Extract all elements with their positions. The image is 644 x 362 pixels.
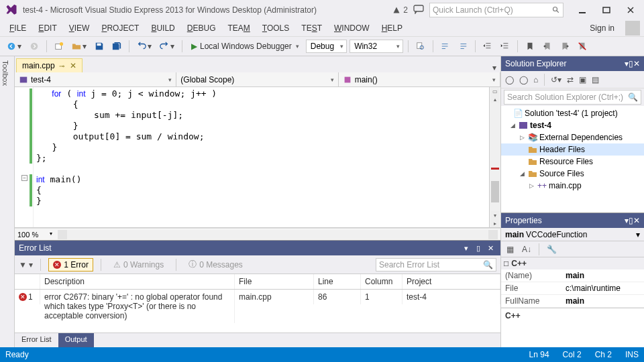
close-button[interactable] [621, 3, 640, 17]
tab-error-list[interactable]: Error List [15, 333, 58, 347]
col-file[interactable]: File [235, 274, 314, 289]
open-file-button[interactable]: ▾ [69, 40, 89, 52]
menu-tools[interactable]: TOOLS [257, 22, 294, 34]
nav-back-button[interactable]: ▾ [4, 40, 24, 52]
nav-fwd-button[interactable] [27, 40, 42, 52]
bookmark-prev-button[interactable] [540, 40, 555, 52]
tab-main-cpp[interactable]: main.cpp ⊸ ✕ [16, 58, 83, 72]
se-sync-button[interactable]: ↺▾ [549, 74, 563, 86]
se-refresh-button[interactable]: ⇄ [566, 74, 575, 86]
tab-output[interactable]: Output [58, 333, 94, 347]
warnings-toggle[interactable]: ⚠0 Warnings [109, 258, 168, 272]
scroll-end-icon[interactable]: ▸ [491, 219, 499, 227]
save-button[interactable] [92, 40, 107, 52]
quick-launch-input[interactable]: Quick Launch (Ctrl+Q) [429, 3, 564, 17]
error-search-input[interactable]: Search Error List🔍 [376, 258, 496, 272]
zoom-combo[interactable]: 100 % [15, 231, 55, 239]
tree-header-files[interactable]: Header Files [501, 143, 644, 156]
save-all-button[interactable] [109, 40, 124, 52]
start-debug-button[interactable]: ▶Local Windows Debugger [187, 40, 303, 52]
minimize-button[interactable] [573, 3, 592, 17]
props-alpha-button[interactable]: A↓ [519, 243, 534, 255]
nav-member-combo[interactable]: main() [339, 72, 500, 86]
tree-source-files[interactable]: ◢Source Files [501, 168, 644, 180]
bookmark-button[interactable] [523, 40, 537, 52]
find-button[interactable] [413, 40, 428, 52]
col-description[interactable]: Description [40, 274, 235, 289]
menu-project[interactable]: PROJECT [96, 22, 144, 34]
col-column[interactable]: Column [361, 274, 402, 289]
panel-menu-icon[interactable]: ▾ [460, 244, 472, 253]
col-project[interactable]: Project [402, 274, 500, 289]
prop-row[interactable]: (Name)main [501, 269, 644, 282]
messages-toggle[interactable]: ⓘ0 Messages [184, 257, 248, 272]
nav-project-combo[interactable]: test-4 [15, 72, 176, 86]
comment-button[interactable] [438, 40, 453, 52]
tree-project[interactable]: ◢test-4 [501, 119, 644, 131]
toolbox-tab[interactable]: Toolbox [0, 56, 15, 347]
maximize-button[interactable] [597, 3, 616, 17]
indent-in-button[interactable] [498, 40, 513, 52]
props-categorized-button[interactable]: ▦ [504, 243, 517, 255]
panel-close-icon[interactable]: ✕ [633, 59, 640, 68]
se-props-button[interactable]: ▤ [590, 74, 600, 86]
prop-row[interactable]: FullNamemain [501, 295, 644, 308]
doc-tabs-menu[interactable]: ▾ [488, 63, 500, 72]
menu-debug[interactable]: DEBUG [182, 22, 221, 34]
menu-build[interactable]: BUILD [146, 22, 180, 34]
editor-scrollbar[interactable]: ▭ ▴ ▾ ▸ [489, 87, 500, 227]
error-grid[interactable]: Description File Line Column Project ✕1 … [15, 274, 500, 333]
props-wrench-button[interactable]: 🔧 [544, 243, 559, 255]
sign-in-link[interactable]: Sign in [584, 22, 620, 34]
se-search-input[interactable]: Search Solution Explorer (Ctrl+;)🔍 [504, 90, 641, 105]
menu-edit[interactable]: EDIT [33, 22, 62, 34]
menu-team[interactable]: TEAM [222, 22, 255, 34]
code-editor[interactable]: − for ( int j = 0; j < window; j++ ) { s… [15, 87, 500, 228]
config-dropdown[interactable]: Debug [306, 40, 347, 53]
menu-test[interactable]: TEST [296, 22, 327, 34]
feedback-icon[interactable] [413, 5, 424, 16]
editor-hscrollbar[interactable] [58, 230, 498, 239]
uncomment-button[interactable] [455, 40, 470, 52]
indent-out-button[interactable] [480, 40, 495, 52]
platform-dropdown[interactable]: Win32 [350, 40, 403, 53]
menu-view[interactable]: VIEW [64, 22, 95, 34]
se-back-button[interactable]: ◯ [504, 74, 515, 86]
bookmark-clear-button[interactable] [575, 40, 590, 52]
panel-pin-icon[interactable]: ▯ [629, 216, 633, 225]
redo-button[interactable]: ▾ [157, 40, 177, 52]
code-content[interactable]: for ( int j = 0; j < window; j++ ) { sum… [34, 87, 489, 227]
menu-window[interactable]: WINDOW [329, 22, 375, 34]
tree-resource-files[interactable]: Resource Files [501, 156, 644, 168]
user-avatar-icon[interactable] [625, 21, 640, 36]
se-home-button[interactable]: ⌂ [532, 74, 539, 86]
solution-tree[interactable]: 📄Solution 'test-4' (1 project) ◢test-4 ▷… [501, 106, 644, 213]
errors-toggle[interactable]: ✕1 Error [48, 258, 93, 272]
panel-close-icon[interactable]: ✕ [633, 216, 640, 225]
error-filter-button[interactable]: ▼ ▾ [19, 260, 33, 269]
col-line[interactable]: Line [314, 274, 361, 289]
se-fwd-button[interactable]: ◯ [518, 74, 529, 86]
tree-main-cpp[interactable]: ▷++main.cpp [501, 180, 644, 192]
menu-file[interactable]: FILE [4, 22, 32, 34]
prop-row[interactable]: Filec:\main\runtime [501, 282, 644, 295]
close-tab-icon[interactable]: ✕ [70, 61, 76, 70]
nav-scope-combo[interactable]: (Global Scope) [176, 72, 338, 86]
pin-icon[interactable]: ⊸ [59, 62, 64, 70]
tree-ext-deps[interactable]: ▷📚External Dependencies [501, 131, 644, 143]
split-icon[interactable]: ▭ [491, 87, 499, 95]
panel-pin-icon[interactable]: ▯ [472, 244, 484, 253]
new-project-button[interactable] [52, 40, 66, 52]
notifications-button[interactable]: 2 [392, 5, 408, 15]
bookmark-next-button[interactable] [557, 40, 572, 52]
undo-button[interactable]: ▾ [134, 40, 154, 52]
error-row[interactable]: ✕1 error C2677: binary '+=' : no global … [15, 290, 500, 323]
panel-close-icon[interactable]: ✕ [484, 244, 496, 253]
se-collapse-button[interactable]: ▣ [578, 74, 588, 86]
fold-icon[interactable]: − [21, 175, 28, 181]
panel-pin-icon[interactable]: ▯ [629, 59, 633, 68]
menu-help[interactable]: HELP [376, 22, 408, 34]
props-category[interactable]: □C++ [501, 257, 644, 269]
properties-grid[interactable]: □C++ (Name)main Filec:\main\runtime Full… [501, 257, 644, 347]
tree-solution[interactable]: 📄Solution 'test-4' (1 project) [501, 107, 644, 119]
